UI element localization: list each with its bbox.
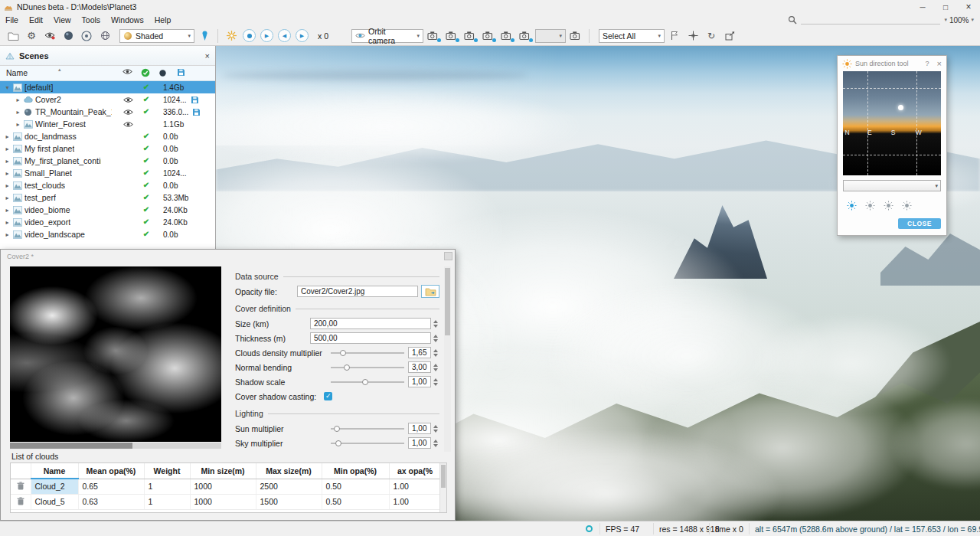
- scene-row[interactable]: ▸video_export✔24.0Kb: [0, 216, 215, 228]
- visibility-cell[interactable]: [121, 118, 135, 130]
- visibility-column-icon[interactable]: [122, 68, 132, 75]
- camera-save-button[interactable]: [462, 28, 479, 44]
- open-scene-button[interactable]: [5, 28, 21, 44]
- shading-mode-combo[interactable]: Shaded ▾: [119, 29, 194, 43]
- slider-handle[interactable]: [335, 440, 341, 446]
- chevron-collapsed-icon[interactable]: ▸: [3, 219, 11, 226]
- checkbox[interactable]: ✓: [324, 392, 332, 400]
- chevron-collapsed-icon[interactable]: ▸: [3, 133, 11, 140]
- render-toggle-button[interactable]: [41, 28, 58, 44]
- chevron-collapsed-icon[interactable]: ▸: [3, 158, 11, 165]
- column-header[interactable]: Min size(m): [190, 463, 256, 479]
- value-field[interactable]: Cover2/Cover2.jpg: [297, 286, 418, 297]
- zoom-control[interactable]: ▾ 100% ▾: [944, 16, 974, 25]
- scene-row[interactable]: ▸video_landscape✔0.0b: [0, 228, 215, 240]
- spinner[interactable]: [433, 335, 439, 342]
- column-header[interactable]: Name: [31, 463, 78, 479]
- close-button[interactable]: CLOSE: [898, 218, 941, 229]
- scenes-close-button[interactable]: ×: [205, 51, 210, 60]
- sun-preset-2-button[interactable]: [864, 199, 876, 211]
- menu-tools[interactable]: Tools: [77, 15, 106, 25]
- name-column-label[interactable]: Name: [6, 68, 28, 77]
- visibility-button[interactable]: [78, 28, 95, 44]
- delete-cloud-button[interactable]: [11, 494, 31, 509]
- sun-preset-1-button[interactable]: [845, 199, 858, 211]
- minimize-icon[interactable]: ─: [911, 0, 934, 14]
- settings-button[interactable]: ⚙: [23, 28, 40, 44]
- visibility-cell[interactable]: [121, 106, 135, 118]
- slider-handle[interactable]: [362, 379, 368, 385]
- spinner[interactable]: [433, 425, 439, 433]
- column-header[interactable]: ax opa(%: [389, 463, 441, 479]
- spinner[interactable]: [433, 349, 439, 357]
- step-back-button[interactable]: ◀: [278, 29, 291, 42]
- value-field[interactable]: 1,00: [408, 376, 431, 387]
- cloud-row[interactable]: Cloud_20.651100025000.501.00: [11, 479, 441, 494]
- slider-handle[interactable]: [340, 350, 346, 356]
- spinner[interactable]: [433, 378, 439, 386]
- camera-prev-button[interactable]: [498, 28, 515, 44]
- visibility-cell[interactable]: [121, 179, 135, 191]
- scene-row[interactable]: ▸test_perf✔53.3Mb: [0, 191, 215, 204]
- cloud-row[interactable]: Cloud_50.631100015000.501.00: [11, 494, 441, 509]
- sun-preset-4-button[interactable]: [900, 199, 913, 211]
- chevron-collapsed-icon[interactable]: ▸: [3, 207, 11, 214]
- visibility-cell[interactable]: [121, 191, 135, 204]
- record-button[interactable]: [243, 29, 256, 42]
- clouds-table-scrollbar[interactable]: [439, 463, 446, 512]
- visibility-cell[interactable]: [121, 93, 135, 106]
- planet-view-button[interactable]: [60, 28, 77, 44]
- transform-button[interactable]: [684, 28, 701, 44]
- sun-tool-close-icon[interactable]: ×: [937, 59, 942, 68]
- step-forward-button[interactable]: ▶: [296, 29, 309, 42]
- menu-file[interactable]: File: [0, 15, 24, 25]
- camera-preset-combo[interactable]: ▾: [535, 29, 566, 43]
- play-button[interactable]: ▶: [260, 29, 273, 42]
- slider-handle[interactable]: [334, 426, 340, 432]
- chevron-collapsed-icon[interactable]: ▸: [14, 109, 22, 116]
- menu-windows[interactable]: Windows: [106, 15, 149, 25]
- slider[interactable]: [331, 424, 404, 433]
- browse-file-button[interactable]: [421, 285, 439, 298]
- help-button[interactable]: ?: [926, 60, 929, 67]
- spinner[interactable]: [433, 440, 439, 447]
- visibility-cell[interactable]: [121, 81, 135, 93]
- loaded-column-icon[interactable]: [141, 68, 150, 77]
- value-field[interactable]: 3,00: [408, 361, 431, 373]
- camera-add-button[interactable]: [425, 28, 442, 44]
- value-field[interactable]: 1,00: [408, 423, 431, 434]
- sun-preset-3-button[interactable]: [882, 199, 894, 211]
- sun-direction-compass[interactable]: NESW: [843, 71, 941, 175]
- value-field[interactable]: 500,00: [310, 332, 431, 344]
- slider[interactable]: [331, 348, 404, 358]
- menu-help[interactable]: Help: [149, 15, 177, 25]
- scene-row[interactable]: ▸video_biome✔24.0Kb: [0, 204, 215, 216]
- slider[interactable]: [331, 377, 404, 387]
- chevron-collapsed-icon[interactable]: ▸: [3, 170, 11, 177]
- menu-view[interactable]: View: [48, 15, 77, 25]
- scene-row[interactable]: ▸doc_landmass✔0.0b: [0, 130, 215, 142]
- dialog-close-button[interactable]: [444, 252, 452, 260]
- value-field[interactable]: 1,65: [408, 347, 431, 358]
- column-header[interactable]: Weight: [144, 463, 190, 479]
- chevron-collapsed-icon[interactable]: ▸: [14, 96, 22, 103]
- chevron-collapsed-icon[interactable]: ▸: [3, 145, 11, 152]
- camera-capture-button[interactable]: [567, 28, 584, 44]
- slider[interactable]: [331, 439, 404, 448]
- value-field[interactable]: 200,00: [310, 318, 431, 329]
- camera-load-button[interactable]: [480, 28, 497, 44]
- spinner[interactable]: [433, 320, 439, 328]
- scene-row[interactable]: ▸My_first_planet_continent_1✔0.0b: [0, 155, 215, 167]
- visibility-cell[interactable]: [121, 216, 135, 228]
- render-column-icon[interactable]: [159, 70, 166, 77]
- column-header[interactable]: Mean opa(%): [78, 463, 144, 479]
- chevron-collapsed-icon[interactable]: ▸: [14, 121, 22, 128]
- value-field[interactable]: 1,00: [408, 437, 431, 449]
- spinner[interactable]: [433, 364, 439, 371]
- scene-row[interactable]: ▾[default]✔1.4Gb: [0, 81, 215, 93]
- locate-button[interactable]: [196, 28, 213, 44]
- chevron-collapsed-icon[interactable]: ▸: [3, 182, 11, 189]
- selection-mode-combo[interactable]: Select All ▾: [599, 29, 665, 43]
- slider[interactable]: [331, 363, 404, 372]
- chevron-expanded-icon[interactable]: ▾: [3, 84, 11, 91]
